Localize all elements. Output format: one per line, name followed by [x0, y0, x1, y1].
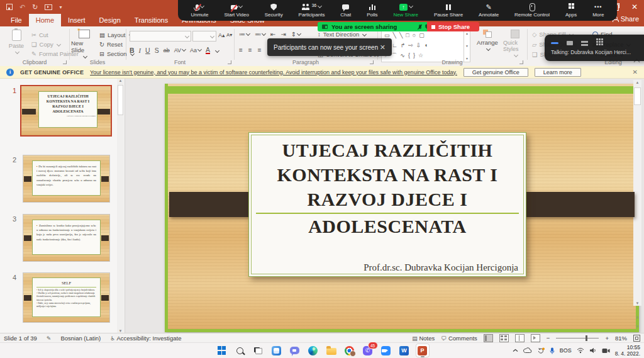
notes-button[interactable]: ▤ Notes — [412, 335, 435, 342]
thumbnail-scrollbar-thumb[interactable] — [118, 85, 123, 115]
line-spacing-button[interactable]: ⇕ — [291, 31, 301, 38]
chrome-button[interactable] — [343, 344, 357, 357]
participants-button[interactable]: 36 Participants — [299, 3, 325, 18]
grow-font-button[interactable]: A▴ — [218, 32, 225, 38]
text-direction-button[interactable]: ↕ Text Direction — [318, 31, 366, 38]
powerpoint-button[interactable]: P — [416, 344, 430, 357]
redo-icon[interactable]: ↻ — [32, 4, 38, 10]
zoom-out-button[interactable]: − — [547, 335, 550, 342]
close-banner-icon[interactable]: ✕ — [633, 69, 638, 76]
align-center-button[interactable]: ≡ — [248, 47, 252, 53]
chevron-down-icon[interactable] — [200, 4, 204, 8]
file-explorer-button[interactable] — [325, 344, 338, 357]
slide-thumbnail-2[interactable]: ▪ Da bi razumjeli utjecaj različitih fak… — [23, 155, 109, 202]
zoom-slider-thumb[interactable] — [586, 335, 587, 341]
slide-thumbnail-4[interactable]: SELF ▪ Self je ekspozicija slike o sebi … — [23, 273, 109, 322]
spell-check-icon[interactable]: ✎ — [47, 335, 52, 342]
stop-share-button[interactable]: Stop Share — [427, 22, 479, 31]
text-shadow-button[interactable]: S — [155, 47, 159, 54]
reset-button[interactable]: ↻ Reset — [99, 41, 123, 48]
shape-cell[interactable]: ∟ — [392, 41, 397, 50]
onedrive-icon[interactable] — [523, 347, 532, 354]
chat-button-zoom[interactable]: Chat — [340, 3, 351, 18]
align-right-button[interactable]: ≡ — [258, 47, 262, 53]
microphone-icon[interactable] — [550, 347, 555, 354]
slide-thumbnail-1[interactable]: UTJECAJ RAZLIČITIH KONTEKSTA NA RAST I R… — [21, 86, 111, 135]
zoom-app-button[interactable] — [379, 344, 393, 357]
font-color-caret[interactable] — [215, 48, 219, 52]
notice-message-link[interactable]: Your license isn't genuine, and you may … — [90, 69, 457, 76]
task-view-button[interactable] — [252, 344, 265, 357]
paragraph-dialog-launcher[interactable] — [370, 60, 374, 64]
word-button[interactable]: W — [397, 344, 411, 357]
start-slideshow-icon[interactable] — [45, 4, 52, 10]
shape-cell[interactable]: { — [408, 51, 410, 60]
tab-home[interactable]: Home — [29, 14, 61, 26]
new-share-button[interactable]: ↑ New Share — [393, 3, 418, 18]
remote-control-button[interactable]: Remote Control — [514, 3, 550, 18]
zoom-percentage[interactable]: 81% — [615, 335, 627, 342]
previous-slide-button[interactable]: « — [633, 314, 641, 321]
learn-more-button[interactable]: Learn more — [535, 68, 581, 77]
speaker-view-icon[interactable] — [567, 41, 573, 45]
new-slide-button[interactable]: ✶ New Slide — [71, 30, 97, 58]
shapes-gallery[interactable]: ▭╲╲□○▢ △∟↱⇨⇩◖ ⚡⌒∿{}☆ ▲▼▼ — [381, 30, 470, 62]
chevron-down-icon[interactable] — [318, 4, 322, 8]
close-window-button[interactable]: ✕ — [625, 0, 644, 14]
start-video-button[interactable]: Start Video — [224, 3, 248, 18]
character-spacing-button[interactable]: AV — [174, 47, 186, 53]
numbering-button[interactable]: ≕ — [255, 31, 265, 38]
save-icon[interactable] — [6, 4, 13, 10]
update-icon[interactable] — [537, 347, 545, 354]
wifi-icon[interactable] — [577, 347, 584, 354]
security-button[interactable]: Security — [265, 3, 283, 18]
tray-chevron-icon[interactable] — [513, 349, 518, 352]
change-case-button[interactable]: Aa — [190, 47, 201, 53]
shape-cell[interactable]: ↱ — [401, 41, 406, 50]
tab-file[interactable]: File — [4, 14, 29, 26]
language-status[interactable]: Bosnian (Latin) — [60, 335, 101, 342]
cut-button[interactable]: ✂ Cut — [31, 31, 48, 38]
editor-scrollbar-thumb[interactable] — [634, 87, 641, 105]
bold-button[interactable]: B — [130, 47, 135, 54]
underline-button[interactable]: U — [145, 47, 150, 54]
edge-button[interactable] — [306, 344, 320, 357]
shrink-font-button[interactable]: A▾ — [226, 32, 232, 38]
quick-styles-button[interactable]: Quick Styles — [503, 30, 527, 57]
language-indicator[interactable]: BOS — [560, 347, 572, 354]
get-genuine-office-button[interactable]: Get genuine Office — [464, 68, 528, 77]
widgets-button[interactable] — [270, 344, 284, 357]
shape-cell[interactable]: □ — [406, 31, 409, 40]
slide-title-placeholder[interactable]: UTJECAJ RAZLIČITIH KONTEKSTA NA RAST I R… — [248, 132, 526, 277]
start-button[interactable] — [215, 344, 229, 357]
shape-cell[interactable]: ╲ — [393, 31, 396, 40]
normal-view-button[interactable] — [484, 334, 493, 342]
tab-insert[interactable]: Insert — [61, 14, 92, 26]
annotate-button[interactable]: ✎ Annotate — [479, 3, 499, 18]
polls-button[interactable]: Polls — [367, 3, 377, 18]
main-slide[interactable]: UTJECAJ RAZLIČITIH KONTEKSTA NA RAST I R… — [165, 84, 639, 332]
tab-transitions[interactable]: Transitions — [128, 14, 175, 26]
next-slide-button[interactable]: « — [633, 323, 641, 330]
font-name-select[interactable] — [130, 31, 191, 42]
close-toast-icon[interactable]: ✕ — [380, 43, 386, 52]
shape-cell[interactable]: ○ — [413, 31, 416, 40]
shape-cell[interactable]: ⌒ — [391, 51, 397, 60]
gallery-view-icon[interactable] — [596, 38, 598, 40]
italic-button[interactable]: I — [139, 47, 142, 54]
shape-cell[interactable]: ∿ — [400, 51, 405, 60]
shape-cell[interactable]: ◖ — [424, 41, 427, 50]
arrange-button[interactable]: Arrange — [473, 30, 502, 50]
decrease-indent-button[interactable]: ⇤ — [270, 31, 275, 38]
clock[interactable]: 10:55 8. 4. 2022. — [615, 344, 640, 357]
speaker-icon[interactable] — [589, 347, 597, 354]
paste-button[interactable]: Paste — [5, 30, 28, 53]
align-left-button[interactable]: ≡ — [239, 47, 243, 53]
chevron-down-icon[interactable] — [409, 4, 413, 8]
customize-qat-icon[interactable]: ▾ — [59, 4, 62, 10]
zoom-slider[interactable] — [556, 338, 599, 338]
increase-indent-button[interactable]: ⇥ — [280, 31, 286, 38]
section-button[interactable]: ⊟ Section — [99, 50, 134, 57]
layout-button[interactable]: ▤ Layout — [99, 31, 133, 38]
comments-button[interactable]: 🗩 Comments — [441, 335, 477, 342]
